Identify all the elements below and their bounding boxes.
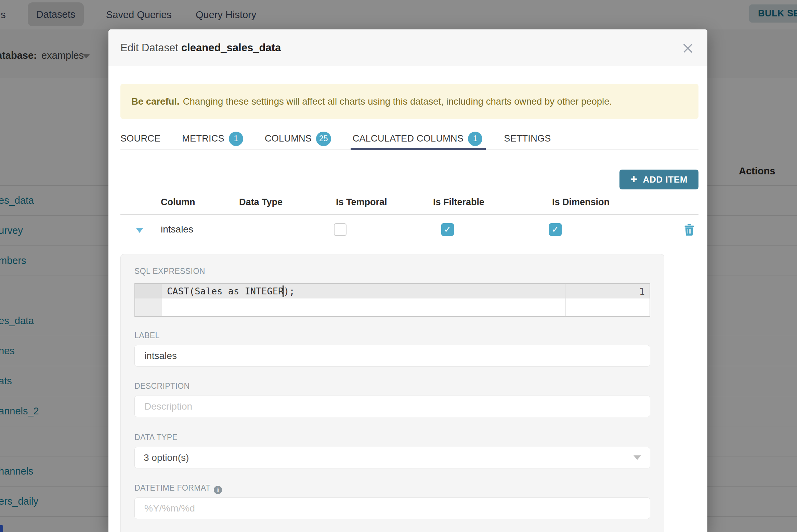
tab-calculated-columns[interactable]: CALCULATED COLUMNS 1 (353, 128, 482, 149)
description-field-label: DESCRIPTION (134, 382, 650, 390)
header-is-temporal: Is Temporal (336, 197, 387, 208)
label-field-group: LABEL (134, 331, 650, 367)
calculated-columns-count-badge: 1 (468, 132, 482, 146)
header-column: Column (161, 197, 195, 208)
header-data-type: Data Type (239, 197, 283, 208)
datetime-format-field-group: DATETIME FORMATi (134, 483, 650, 519)
modal-tabs: SOURCE METRICS 1 COLUMNS 25 CALCULATED C… (120, 128, 698, 150)
datasets-page: es Datasets Saved Queries Query History … (0, 0, 797, 532)
data-type-field-label: DATA TYPE (134, 433, 650, 442)
modal-body: Be careful.Changing these settings will … (108, 84, 707, 532)
sql-expression-editor[interactable]: 1 CAST(Sales as INTEGER); (134, 283, 650, 317)
label-field-label: LABEL (134, 331, 650, 340)
collapse-caret-icon[interactable] (136, 228, 143, 233)
metrics-count-badge: 1 (229, 132, 243, 146)
tab-metrics[interactable]: METRICS 1 (182, 128, 243, 149)
tab-columns[interactable]: COLUMNS 25 (265, 128, 331, 149)
modal-title: Edit Datasetcleaned_sales_data (120, 42, 281, 54)
chevron-down-icon (633, 455, 641, 460)
calculated-column-row: intsales ✓ ✓ ✓ (120, 215, 698, 244)
plus-icon: + (630, 173, 638, 185)
editor-gutter-active-line (135, 284, 162, 298)
calculated-column-detail-panel: SQL EXPRESSION 1 CAST(Sales as INTEGER);… (120, 254, 664, 532)
calculated-columns-toolbar: + ADD ITEM (120, 170, 698, 189)
header-is-dimension: Is Dimension (552, 197, 610, 208)
data-type-selected-value: 3 option(s) (144, 452, 189, 463)
close-icon[interactable] (681, 42, 694, 55)
editor-line-number: 1 (639, 286, 645, 297)
sql-expression-label: SQL EXPRESSION (134, 267, 650, 276)
description-input[interactable] (134, 396, 650, 417)
is-temporal-checkbox[interactable]: ✓ (334, 223, 347, 236)
modal-title-dataset-name: cleaned_sales_data (181, 42, 281, 54)
tab-source[interactable]: SOURCE (120, 128, 160, 149)
datetime-format-input[interactable] (134, 497, 650, 519)
data-type-select[interactable]: 3 option(s) (134, 447, 650, 468)
is-filterable-checkbox[interactable]: ✓ (441, 223, 454, 236)
editor-print-margin (565, 284, 566, 316)
info-icon[interactable]: i (214, 486, 222, 494)
warning-bold: Be careful. (131, 96, 180, 107)
tab-settings[interactable]: SETTINGS (504, 128, 551, 149)
label-input[interactable] (134, 345, 650, 367)
warning-banner: Be careful.Changing these settings will … (120, 84, 698, 119)
sql-expression-code[interactable]: CAST(Sales as INTEGER); (167, 286, 295, 296)
datetime-format-field-label: DATETIME FORMATi (134, 483, 650, 492)
add-item-button[interactable]: + ADD ITEM (619, 170, 699, 189)
editor-text-cursor (283, 285, 284, 297)
data-type-field-group: DATA TYPE 3 option(s) (134, 433, 650, 468)
description-field-group: DESCRIPTION (134, 382, 650, 417)
warning-text: Changing these settings will affect all … (183, 96, 612, 107)
edit-dataset-modal: Edit Datasetcleaned_sales_data Be carefu… (108, 29, 707, 532)
header-is-filterable: Is Filterable (433, 197, 484, 208)
columns-count-badge: 25 (316, 132, 331, 146)
is-dimension-checkbox[interactable]: ✓ (549, 223, 562, 236)
column-name: intsales (161, 224, 193, 235)
modal-header: Edit Datasetcleaned_sales_data (108, 29, 707, 66)
modal-title-prefix: Edit Dataset (120, 42, 178, 54)
delete-column-icon[interactable] (684, 224, 694, 236)
calculated-columns-header-row: Column Data Type Is Temporal Is Filterab… (120, 189, 698, 215)
